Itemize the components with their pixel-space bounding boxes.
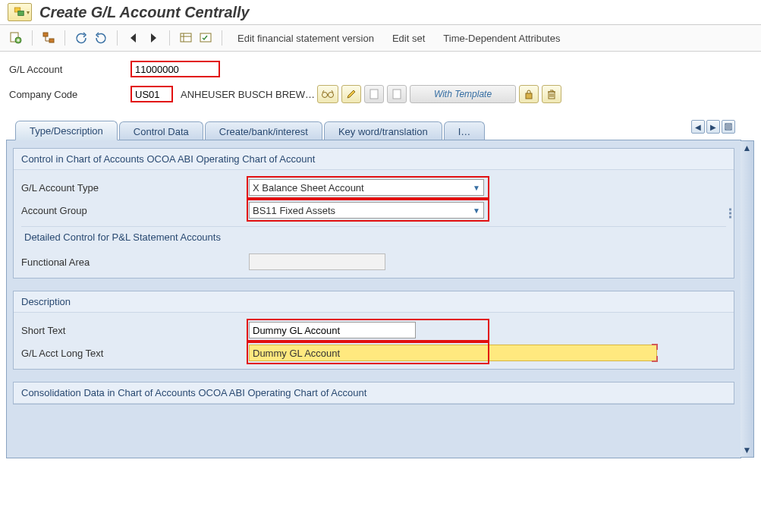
separator (64, 30, 65, 46)
table-check-icon (199, 31, 212, 45)
group-control-coa-title: Control in Chart of Accounts OCOA ABI Op… (14, 149, 734, 170)
header-icon-buttons: With Template (317, 85, 561, 103)
change-button[interactable] (197, 30, 214, 46)
scroll-down-icon[interactable]: ▼ (741, 443, 753, 457)
account-group-value: BS11 Fixed Assets (253, 205, 335, 216)
document-icon (369, 89, 379, 99)
page-title: Create G/L Account Centrally (39, 4, 250, 21)
gl-account-type-select[interactable]: X Balance Sheet Account ▼ (249, 179, 484, 196)
gl-account-type-row: G/L Account Type X Balance Sheet Account… (21, 179, 726, 196)
edit-pencil-button[interactable] (341, 85, 361, 103)
long-text-row: G/L Acct Long Text Dummy GL Account (21, 345, 726, 361)
required-marker (652, 356, 658, 362)
separator (169, 30, 170, 46)
short-text-label: Short Text (21, 325, 249, 336)
required-marker (652, 344, 658, 350)
display-button[interactable] (178, 30, 194, 46)
svg-point-9 (329, 93, 334, 98)
scroll-up-icon[interactable]: ▲ (741, 141, 753, 155)
other-object-button[interactable] (8, 30, 24, 46)
doc-plus-icon (9, 31, 23, 45)
edit-set-button[interactable]: Edit set (385, 33, 432, 44)
account-group-row: Account Group BS11 Fixed Assets ▼ (21, 202, 726, 219)
sap-app-icon (13, 5, 27, 19)
functional-area-row: Functional Area (21, 253, 726, 270)
glasses-icon (321, 89, 335, 99)
long-text-label: G/L Acct Long Text (21, 348, 249, 359)
group-consolidation-title: Consolidation Data in Chart of Accounts … (14, 382, 734, 404)
list-icon (725, 123, 732, 131)
detailed-control-title: Detailed Control for P&L Statement Accou… (21, 226, 726, 247)
functional-area-label: Functional Area (21, 257, 249, 268)
dropdown-icon: ▾ (27, 9, 30, 16)
account-group-label: Account Group (21, 205, 249, 216)
separator (117, 30, 118, 46)
pencil-icon (346, 89, 357, 99)
svg-rect-4 (43, 33, 48, 36)
vertical-scrollbar[interactable]: ▲ ▼ (741, 140, 754, 458)
undo-icon (75, 32, 87, 44)
short-text-input[interactable] (249, 322, 416, 338)
hierarchy-icon (42, 31, 55, 45)
next-button[interactable] (145, 30, 162, 46)
company-code-label: Company Code (9, 89, 131, 100)
gl-account-input[interactable] (131, 61, 220, 77)
tab-control-data[interactable]: Control Data (119, 121, 203, 140)
svg-rect-10 (370, 90, 378, 99)
tab-content: Control in Chart of Accounts OCOA ABI Op… (6, 140, 741, 458)
tabstrip-area: Type/Description Control Data Create/ban… (0, 114, 761, 458)
title-bar: ▾ Create G/L Account Centrally (0, 0, 761, 25)
svg-rect-11 (393, 90, 401, 99)
tab-scroll-left[interactable]: ◀ (691, 120, 705, 134)
company-code-name: ANHEUSER BUSCH BREWI… (181, 89, 317, 100)
doc-button-2[interactable] (387, 85, 407, 103)
svg-rect-12 (526, 93, 532, 99)
edit-fin-button[interactable]: Edit financial statement version (230, 33, 382, 44)
trash-icon (547, 89, 556, 99)
account-group-select[interactable]: BS11 Fixed Assets ▼ (249, 202, 484, 219)
resize-handle[interactable] (729, 209, 731, 219)
svg-point-8 (322, 93, 328, 98)
time-dep-button[interactable]: Time-Dependent Attributes (436, 33, 568, 44)
svg-rect-6 (181, 33, 191, 42)
tab-type-description[interactable]: Type/Description (15, 121, 118, 140)
undo-button[interactable] (73, 30, 90, 46)
separator (32, 30, 33, 46)
long-text-input[interactable]: Dummy GL Account (249, 345, 657, 361)
prev-icon (129, 33, 138, 43)
tab-keyword-translation[interactable]: Key word/translation (324, 121, 442, 140)
check-button[interactable] (40, 30, 57, 46)
tab-scroll-right[interactable]: ▶ (706, 120, 720, 134)
tab-list-button[interactable] (722, 120, 735, 134)
lock-button[interactable] (519, 85, 539, 103)
app-toolbar: Edit financial statement version Edit se… (0, 25, 761, 52)
dropdown-icon: ▼ (473, 206, 480, 215)
company-code-input[interactable] (131, 86, 173, 102)
document-icon (392, 89, 401, 99)
tab-create-bank-interest[interactable]: Create/bank/interest (205, 121, 322, 140)
group-consolidation: Consolidation Data in Chart of Accounts … (13, 382, 734, 405)
tab-information[interactable]: I… (444, 121, 486, 140)
prev-button[interactable] (125, 30, 142, 46)
svg-rect-1 (18, 11, 24, 16)
gl-account-label: G/L Account (9, 64, 131, 75)
redo-button[interactable] (93, 30, 109, 46)
doc-button-1[interactable] (364, 85, 384, 103)
gl-account-type-value: X Balance Sheet Account (253, 182, 364, 194)
lock-icon (524, 89, 533, 99)
short-text-row: Short Text (21, 322, 726, 338)
glasses-button[interactable] (317, 85, 338, 103)
gl-account-type-label: G/L Account Type (21, 182, 249, 194)
redo-icon (95, 32, 107, 44)
separator (222, 30, 222, 46)
tab-scroller: ◀ ▶ (691, 120, 735, 134)
delete-button[interactable] (542, 85, 561, 103)
gl-account-row: G/L Account (9, 61, 752, 77)
next-icon (149, 33, 158, 43)
with-template-button[interactable]: With Template (410, 85, 516, 103)
company-code-row: Company Code ANHEUSER BUSCH BREWI… With … (9, 85, 752, 103)
tabstrip: Type/Description Control Data Create/ban… (6, 120, 755, 140)
functional-area-input[interactable] (249, 253, 385, 270)
app-menu-button[interactable]: ▾ (8, 3, 32, 21)
group-control-coa: Control in Chart of Accounts OCOA ABI Op… (13, 148, 734, 279)
